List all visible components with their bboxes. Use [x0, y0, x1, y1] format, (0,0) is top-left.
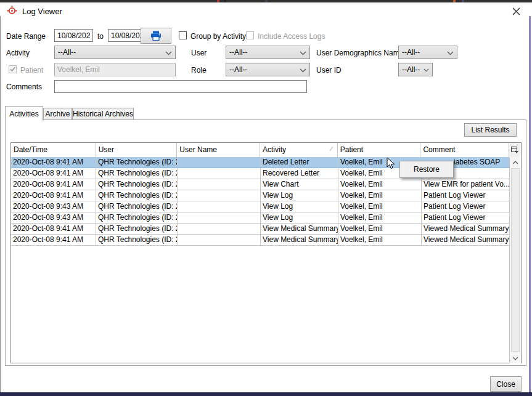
cell-user: QHR Technologies (ID: 2... [96, 201, 178, 212]
scrollbar-thumb[interactable] [511, 168, 520, 352]
vertical-scrollbar[interactable] [509, 157, 521, 363]
list-results-button[interactable]: List Results [464, 123, 517, 137]
user-label: User [191, 49, 207, 57]
chevron-down-icon [300, 51, 306, 55]
log-viewer-dialog: Log Viewer Date Range to Group by Activi… [0, 0, 532, 396]
chevron-down-icon [165, 51, 172, 55]
cell-patient: Voelkel, Emil [338, 212, 422, 224]
window-title: Log Viewer [22, 7, 62, 16]
role-dropdown-value: --All-- [229, 65, 247, 74]
cell-user: QHR Technologies (ID: 2... [96, 224, 178, 235]
to-label: to [97, 32, 104, 41]
context-menu-item-restore[interactable]: Restore [414, 165, 440, 174]
user-dropdown[interactable]: --All-- [226, 46, 310, 59]
date-from-input[interactable] [54, 29, 93, 42]
cell-activity: View Chart [261, 179, 338, 190]
cell-user-name [178, 157, 261, 168]
column-chooser-button[interactable] [509, 143, 521, 157]
tab-archive[interactable]: Archive [43, 108, 72, 120]
column-header-activity[interactable]: Activity ∕ [260, 143, 338, 157]
role-label: Role [191, 66, 207, 75]
activity-dropdown[interactable]: --All-- [54, 46, 176, 59]
include-access-logs-label: Include Access Logs [258, 32, 325, 41]
background-window-border [529, 16, 531, 392]
scroll-up-button[interactable] [510, 157, 521, 168]
cell-user-name [178, 168, 261, 179]
cell-comment: Patient Log Viewer [422, 190, 510, 201]
table-row[interactable]: 2020-Oct-08 9:41 AM QHR Technologies (ID… [11, 179, 521, 190]
chevron-down-icon [300, 68, 306, 73]
group-by-activity-checkbox[interactable] [179, 31, 187, 39]
cell-activity: View Log [261, 212, 338, 224]
cell-user-name [178, 201, 261, 212]
column-chooser-icon [511, 147, 519, 154]
table-row[interactable]: 2020-Oct-08 9:41 AM QHR Technologies (ID… [11, 190, 521, 201]
cell-user: QHR Technologies (ID: 2... [96, 168, 178, 179]
log-viewer-app-icon [7, 6, 17, 16]
scroll-down-icon [512, 357, 518, 360]
patient-label: Patient [20, 66, 43, 75]
cell-patient: Voelkel, Emil [338, 190, 422, 201]
group-by-activity-label: Group by Activity [190, 32, 246, 41]
cell-datetime: 2020-Oct-08 9:43 AM [11, 201, 96, 212]
user-demographics-dropdown-value: --All-- [402, 48, 420, 57]
user-id-dropdown[interactable]: --All-- [398, 63, 433, 76]
column-header-user-name[interactable]: User Name [177, 143, 260, 157]
user-id-label: User ID [316, 66, 342, 75]
chevron-down-icon [424, 68, 429, 72]
cell-datetime: 2020-Oct-08 9:41 AM [11, 157, 96, 168]
cell-comment: View EMR for patient Vo... [422, 179, 510, 190]
column-header-patient[interactable]: Patient [338, 143, 421, 157]
table-row[interactable]: 2020-Oct-08 9:41 AM QHR Technologies (ID… [11, 235, 521, 246]
cell-patient: Voelkel, Emil [338, 224, 422, 235]
column-header-datetime[interactable]: Date/Time [11, 143, 96, 157]
cell-user-name [178, 179, 261, 190]
chevron-down-icon [447, 51, 454, 55]
date-range-label: Date Range [6, 32, 46, 41]
cell-activity: View Log [261, 201, 338, 212]
table-row[interactable]: 2020-Oct-08 9:43 AM QHR Technologies (ID… [11, 212, 521, 224]
cell-activity: View Medical Summary [261, 235, 338, 246]
scroll-down-button[interactable] [510, 353, 521, 363]
user-id-dropdown-value: --All-- [402, 65, 420, 74]
role-dropdown[interactable]: --All-- [226, 63, 310, 76]
close-button[interactable]: Close [490, 376, 522, 392]
cell-datetime: 2020-Oct-08 9:41 AM [11, 235, 96, 246]
user-demographics-label: User Demographics Name [316, 49, 403, 57]
cell-activity: Deleted Letter [261, 157, 338, 168]
include-access-logs-checkbox [246, 31, 254, 39]
close-icon [512, 7, 520, 15]
sort-indicator-icon: ∕ [331, 145, 332, 152]
cell-datetime: 2020-Oct-08 9:41 AM [11, 224, 96, 235]
cell-activity: View Log [261, 190, 338, 201]
cell-comment: Patient Log Viewer [422, 212, 510, 224]
context-menu: Restore [399, 161, 454, 178]
comments-input[interactable] [54, 80, 307, 93]
user-demographics-dropdown[interactable]: --All-- [398, 46, 457, 59]
activity-label: Activity [6, 49, 30, 57]
cell-activity: Recovered Letter [261, 168, 338, 179]
background-window-bottom-bar [0, 392, 532, 396]
dialog-left-border [0, 16, 1, 392]
cell-user: QHR Technologies (ID: 2... [96, 190, 178, 201]
print-button[interactable] [141, 28, 171, 44]
patient-checkbox [9, 65, 17, 73]
table-row[interactable]: 2020-Oct-08 9:41 AM QHR Technologies (ID… [11, 224, 521, 235]
cell-user-name [178, 190, 261, 201]
table-row[interactable]: 2020-Oct-08 9:43 AM QHR Technologies (ID… [11, 201, 521, 212]
cell-datetime: 2020-Oct-08 9:41 AM [11, 179, 96, 190]
cell-activity: View Medical Summary [261, 224, 338, 235]
cell-comment: Viewed Medical Summary [422, 235, 510, 246]
column-header-comment[interactable]: Comment [420, 143, 509, 157]
window-close-button[interactable] [508, 4, 524, 18]
cell-patient: Voelkel, Emil [338, 179, 422, 190]
tab-activities[interactable]: Activities [5, 106, 43, 121]
cell-datetime: 2020-Oct-08 9:43 AM [11, 212, 96, 224]
column-header-user[interactable]: User [96, 143, 178, 157]
cell-datetime: 2020-Oct-08 9:41 AM [11, 190, 96, 201]
cell-user: QHR Technologies (ID: 2... [96, 179, 178, 190]
cell-patient: Voelkel, Emil [338, 235, 422, 246]
scroll-up-icon [512, 161, 518, 164]
cell-user: QHR Technologies (ID: 2... [96, 157, 178, 168]
tab-historical-archives[interactable]: Historical Archives [72, 108, 134, 120]
